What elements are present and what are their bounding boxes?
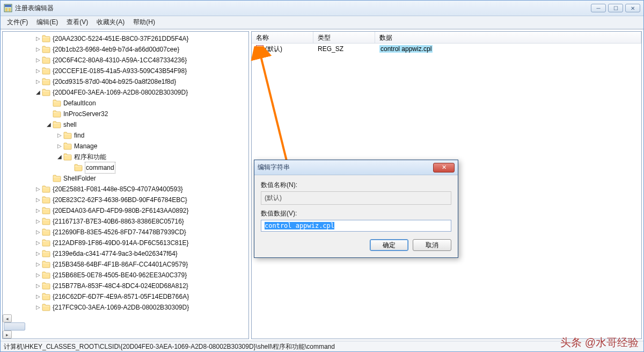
tree-node-label: Manage [74, 141, 97, 152]
value-data: control appwiz.cpl [379, 45, 433, 53]
collapse-icon[interactable]: ◢ [35, 90, 41, 96]
tree-node[interactable]: ◢{20D04FE0-3AEA-1069-A2D8-08002B30309D} [3, 87, 248, 98]
folder-icon [42, 78, 50, 85]
tree-node[interactable]: ▷{20cd9315-87d0-40b4-b925-0a8f208e1f8d} [3, 76, 248, 87]
expand-icon[interactable]: ▷ [35, 186, 41, 192]
scroll-right-button[interactable]: ▸ [3, 331, 12, 339]
collapse-icon[interactable]: ◢ [56, 154, 62, 160]
tree-node[interactable]: ▷{21167137-B7E3-40B6-8863-8386E8C05716} [3, 216, 248, 227]
cell-data: control appwiz.cpl [375, 45, 641, 53]
tree-node[interactable]: ▷{217FC9C0-3AEA-1069-A2DB-08002B30309D} [3, 302, 248, 313]
menu-edit[interactable]: 编辑(E) [32, 16, 62, 28]
dialog-close-button[interactable]: ✕ [433, 163, 455, 173]
tree-node[interactable]: ◢shell [3, 119, 248, 130]
expand-icon[interactable]: ▷ [35, 47, 41, 53]
tree-node[interactable]: ◢程序和功能 [3, 152, 248, 162]
scroll-left-button[interactable]: ◂ [3, 314, 12, 322]
tree-node[interactable]: ▷{212690FB-83E5-4526-8FD7-74478B7939CD} [3, 227, 248, 238]
expand-icon[interactable]: ▷ [35, 58, 41, 63]
expand-icon[interactable]: ▷ [35, 219, 41, 225]
expand-icon[interactable]: ▷ [35, 294, 41, 300]
menu-help[interactable]: 帮助(H) [129, 16, 159, 28]
tree-node[interactable]: ▷{2139e6da-c341-4774-9ac3-b4e026347f64} [3, 248, 248, 259]
expand-icon[interactable]: ▷ [35, 305, 41, 311]
list-row[interactable]: ab(默认) REG_SZ control appwiz.cpl [252, 44, 641, 54]
tree-node[interactable]: ▷{215B3458-64BF-4F1B-86AF-CC4401AC9579} [3, 259, 248, 270]
tree-view[interactable]: ▷{20AA230C-5224-451E-B8C0-37F261DD5F4A}▷… [3, 32, 248, 314]
tree-node[interactable]: ▷Manage [3, 141, 248, 152]
expand-icon[interactable]: ▷ [35, 197, 41, 203]
folder-icon [42, 239, 50, 247]
tree-node[interactable]: ▷command [3, 162, 248, 173]
col-type[interactable]: 类型 [313, 32, 375, 43]
tree-node[interactable]: ▷{20E25881-F081-448e-85C9-4707A9400593} [3, 184, 248, 195]
col-data[interactable]: 数据 [375, 32, 641, 43]
expand-icon[interactable]: ▷ [35, 272, 41, 278]
tree-node-label: shell [63, 119, 77, 130]
expand-icon[interactable]: ▷ [35, 68, 41, 74]
expand-icon[interactable]: ▷ [56, 133, 62, 139]
folder-icon [63, 153, 72, 161]
tree-node-label: {20ED4A03-6AFD-4FD9-980B-2F6143AA0892} [53, 205, 189, 216]
col-name[interactable]: 名称 [252, 32, 313, 43]
value-data-input[interactable]: control appwiz.cpl [261, 220, 451, 232]
maximize-button[interactable]: ☐ [608, 4, 623, 12]
folder-icon [42, 261, 50, 268]
folder-icon [42, 196, 50, 204]
tree-node-label: InProcServer32 [63, 109, 108, 119]
tree-node[interactable]: ▷{20C6F4C2-80A8-4310-A59A-1CC487334236} [3, 55, 248, 66]
tree-node-label: ShellFolder [63, 173, 96, 184]
tree-node-label: 程序和功能 [74, 152, 106, 162]
collapse-icon[interactable]: ◢ [46, 122, 52, 128]
tree-node[interactable]: ▷{212ADF89-1F86-49D0-914A-DF6C5613C81E} [3, 238, 248, 248]
expand-icon[interactable]: ▷ [35, 283, 41, 289]
tree-node[interactable]: ▷{216C62DF-6D7F-4E9A-8571-05F14EDB766A} [3, 291, 248, 302]
minimize-button[interactable]: ─ [591, 4, 606, 12]
menu-file[interactable]: 文件(F) [3, 16, 32, 28]
expand-icon[interactable]: ▷ [35, 208, 41, 214]
horizontal-scrollbar[interactable]: ◂ ▸ [3, 314, 248, 339]
tree-node[interactable]: ▷{20b1cb23-6968-4eb9-b7d4-a66d00d07cee} [3, 44, 248, 55]
tree-pane[interactable]: ▷{20AA230C-5224-451E-B8C0-37F261DD5F4A}▷… [2, 31, 249, 339]
tree-node[interactable]: ▷ShellFolder [3, 173, 248, 184]
close-button[interactable]: ✕ [625, 4, 640, 12]
expand-icon[interactable]: ▷ [35, 240, 41, 246]
folder-icon [53, 99, 61, 107]
tree-node[interactable]: ▷{20AA230C-5224-451E-B8C0-37F261DD5F4A} [3, 33, 248, 44]
menu-view[interactable]: 查看(V) [62, 16, 92, 28]
expand-icon[interactable]: ▷ [35, 262, 41, 268]
expand-icon[interactable]: ▷ [56, 143, 62, 149]
expand-icon[interactable]: ▷ [35, 36, 41, 42]
tree-node-label: {217FC9C0-3AEA-1069-A2DB-08002B30309D} [53, 302, 189, 313]
title-bar[interactable]: 注册表编辑器 ─ ☐ ✕ [1, 1, 643, 16]
tree-node[interactable]: ▷{215B68E5-0E78-4505-BE40-962EE3A0C379} [3, 270, 248, 281]
value-name: (默认) [265, 45, 282, 53]
scroll-thumb[interactable] [4, 322, 25, 331]
tree-node-label: {20E25881-F081-448e-85C9-4707A9400593} [53, 184, 183, 195]
expand-icon[interactable]: ▷ [35, 79, 41, 85]
folder-icon [42, 35, 50, 42]
menu-favorites[interactable]: 收藏夹(A) [92, 16, 129, 28]
folder-icon [42, 282, 50, 290]
dialog-title-bar[interactable]: 编辑字符串 ✕ [254, 160, 458, 175]
tree-node[interactable]: ▷find [3, 130, 248, 141]
tree-node[interactable]: ▷{215B77BA-853F-48C4-8DC4-024E0D68A812} [3, 281, 248, 291]
folder-icon [42, 250, 50, 257]
value-name-label: 数值名称(N): [261, 181, 451, 190]
folder-icon [42, 293, 50, 300]
folder-icon [42, 185, 50, 193]
expand-icon[interactable]: ▷ [35, 229, 41, 235]
ok-button[interactable]: 确定 [370, 239, 408, 251]
value-name-field: (默认) [261, 191, 451, 205]
tree-node[interactable]: ▷{20CCEF1E-0185-41a5-A933-509C43B54F98} [3, 66, 248, 76]
tree-node-label: {20E823C2-62F3-4638-96BD-90F4F6784EBC} [53, 195, 187, 205]
cancel-button[interactable]: 取消 [413, 239, 451, 251]
folder-icon [53, 121, 61, 128]
tree-node[interactable]: ▷{20E823C2-62F3-4638-96BD-90F4F6784EBC} [3, 195, 248, 205]
folder-icon [42, 304, 50, 311]
tree-node[interactable]: ▷{20ED4A03-6AFD-4FD9-980B-2F6143AA0892} [3, 205, 248, 216]
tree-node-label: DefaultIcon [63, 98, 96, 109]
tree-node[interactable]: ▷InProcServer32 [3, 109, 248, 119]
tree-node[interactable]: ▷DefaultIcon [3, 98, 248, 109]
expand-icon[interactable]: ▷ [35, 251, 41, 257]
